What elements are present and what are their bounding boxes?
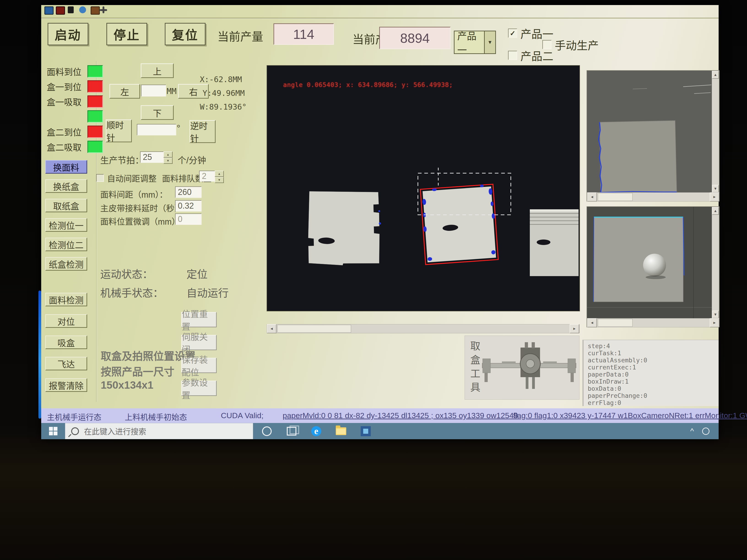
- current-output-value: 114: [274, 23, 334, 45]
- spinner-down-icon[interactable]: ▼: [215, 177, 224, 183]
- save-assembly-button[interactable]: 保存装配位: [181, 358, 217, 373]
- rate-unit-label: 个/分钟: [178, 153, 206, 166]
- cortana-button[interactable]: [256, 423, 277, 439]
- chevron-down-icon[interactable]: ▼: [484, 31, 495, 53]
- scroll-left-icon[interactable]: ◄: [587, 192, 597, 202]
- system-tray[interactable]: ^: [690, 423, 710, 439]
- spinner-down-icon[interactable]: ▼: [163, 158, 173, 164]
- scroll-down-icon[interactable]: ▼: [712, 185, 719, 193]
- scroll-down-icon[interactable]: ▼: [712, 311, 719, 318]
- network-icon[interactable]: [702, 428, 710, 435]
- scroll-track[interactable]: [597, 193, 710, 201]
- start-button[interactable]: 启动: [48, 23, 88, 45]
- checkbox-manual-production[interactable]: 手动生产: [542, 36, 599, 53]
- sidebar-button-alarm-clear[interactable]: 报警清除: [45, 378, 87, 392]
- debug-line: curTask:1: [588, 350, 719, 357]
- sidebar-button-align[interactable]: 对位: [45, 314, 87, 328]
- gear-icon[interactable]: [79, 6, 86, 13]
- scroll-up-icon[interactable]: ▲: [712, 207, 719, 215]
- rate-spinner[interactable]: ▲ ▼: [163, 152, 173, 164]
- recorder-icon[interactable]: [56, 6, 65, 15]
- scroll-left-icon[interactable]: ◄: [267, 324, 277, 333]
- product-select[interactable]: 产品一 ▼: [454, 31, 496, 54]
- camera-overlay-text: angle 0.065403; x: 634.89686; y: 566.499…: [283, 81, 453, 88]
- aux2-vscrollbar[interactable]: ▲ ▼: [712, 207, 719, 319]
- jog-distance-input[interactable]: [141, 85, 166, 97]
- plus-bar-icon: [100, 9, 107, 11]
- rotate-angle-input[interactable]: [137, 124, 176, 135]
- file-explorer-button[interactable]: [331, 423, 352, 439]
- sidebar-button-change-paperbox[interactable]: 换纸盒: [45, 179, 87, 193]
- main-viewport-hscrollbar[interactable]: ◄ ►: [267, 324, 579, 333]
- task-view-button[interactable]: [281, 423, 302, 439]
- aux2-hscrollbar[interactable]: ◄ ►: [587, 318, 720, 327]
- checkbox-product2-box[interactable]: [508, 51, 517, 60]
- scroll-thumb[interactable]: [277, 325, 351, 332]
- tool-icon[interactable]: [68, 6, 74, 13]
- sidebar-button-feeder[interactable]: 飞达: [45, 357, 87, 370]
- spinner-up-icon[interactable]: ▲: [163, 152, 173, 158]
- scroll-up-icon[interactable]: ▲: [712, 71, 719, 79]
- aux1-hscrollbar[interactable]: ◄ ►: [587, 192, 720, 202]
- sidebar-button-box-detect[interactable]: 纸盒检测: [45, 257, 87, 271]
- scroll-right-icon[interactable]: ►: [710, 318, 719, 327]
- checkbox-manual-box[interactable]: [542, 40, 551, 49]
- scroll-track[interactable]: [277, 324, 570, 333]
- gap-input[interactable]: [175, 186, 202, 198]
- pick-tool-label: 取盒工具: [467, 341, 482, 396]
- edge-browser-button[interactable]: e: [306, 423, 327, 439]
- robot-status-value: 自动运行: [186, 285, 229, 300]
- param-settings-button[interactable]: 参数设置: [181, 381, 217, 396]
- scroll-thumb[interactable]: [598, 193, 633, 201]
- spinner-up-icon[interactable]: ▲: [215, 171, 224, 177]
- gap-label: 面料间距（mm）：: [100, 188, 168, 200]
- tray-chevron-icon[interactable]: ^: [690, 427, 694, 435]
- jog-down-button[interactable]: 下: [141, 105, 174, 120]
- taskbar-search-box[interactable]: 在此键入进行搜索: [65, 423, 253, 439]
- rotate-cw-button[interactable]: 顺时针: [106, 119, 132, 142]
- sidebar-button-fabric-detect[interactable]: 面料检测: [45, 293, 87, 306]
- queue-input[interactable]: [199, 171, 216, 182]
- rate-input[interactable]: [140, 152, 165, 163]
- status-lamp: [87, 65, 103, 78]
- scroll-right-icon[interactable]: ►: [710, 192, 719, 202]
- sidebar-button-detect-pos1[interactable]: 检测位一: [45, 218, 87, 232]
- search-icon: [71, 427, 79, 435]
- pick-tool-image: [480, 336, 578, 399]
- scroll-left-icon[interactable]: ◄: [587, 318, 597, 327]
- sidebar-button-suck-box[interactable]: 吸盒: [45, 336, 87, 349]
- monitor-icon[interactable]: [44, 6, 54, 15]
- trim-input[interactable]: [175, 213, 202, 225]
- debug-line: boxData:0: [588, 385, 719, 392]
- indicator-label: 盒一到位: [47, 80, 81, 92]
- main-camera-viewport: angle 0.065403; x: 634.89686; y: 566.499…: [267, 65, 580, 311]
- auto-gap-box[interactable]: [96, 174, 104, 182]
- status-lamp: [87, 110, 103, 123]
- indicator-label: 盒二到位: [47, 125, 81, 138]
- package-icon[interactable]: [91, 6, 100, 15]
- sidebar-button-detect-pos2[interactable]: 检测位二: [45, 238, 87, 251]
- scroll-track[interactable]: [597, 318, 710, 327]
- jog-up-button[interactable]: 上: [141, 63, 174, 78]
- x-readout: X:-62.8MM: [200, 75, 242, 84]
- scroll-right-icon[interactable]: ►: [570, 324, 579, 333]
- w-readout: W:89.1936°: [200, 102, 247, 111]
- rotate-ccw-button[interactable]: 逆时针: [189, 120, 215, 143]
- queue-spinner[interactable]: ▲ ▼: [215, 171, 224, 183]
- indicator-row: 面料到位: [47, 65, 103, 78]
- scroll-thumb[interactable]: [598, 319, 633, 327]
- position-reset-button[interactable]: 位置重置: [181, 312, 217, 327]
- servo-off-button[interactable]: 伺服关闭: [181, 335, 217, 350]
- aux1-vscrollbar[interactable]: ▲ ▼: [712, 71, 719, 193]
- stop-button[interactable]: 停止: [106, 23, 147, 45]
- status-paper-values: paperMvld:0 0 81 dx-82 dy-13425 dl13425 …: [283, 411, 518, 420]
- reset-button[interactable]: 复位: [165, 23, 206, 45]
- delay-input[interactable]: [175, 200, 202, 212]
- app-window-button[interactable]: [355, 423, 376, 439]
- checkbox-manual-label: 手动生产: [555, 36, 599, 53]
- checkbox-product1-box[interactable]: ✓: [508, 29, 517, 38]
- jog-left-button[interactable]: 左: [109, 84, 140, 99]
- sidebar-button-take-paperbox[interactable]: 取纸盒: [45, 199, 87, 212]
- sidebar-button-change-fabric[interactable]: 换面料: [45, 160, 87, 174]
- start-menu-button[interactable]: [41, 423, 65, 439]
